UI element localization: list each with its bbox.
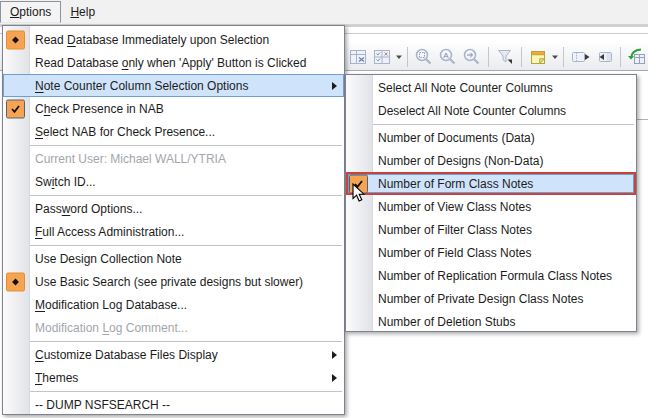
menu-item-number-of-documents-data[interactable]: Number of Documents (Data) — [346, 126, 636, 149]
menu-item-number-of-form-class-notes[interactable]: Number of Form Class Notes — [346, 172, 636, 195]
menu-item-customize-database-files-display[interactable]: Customize Database Files Display — [3, 343, 344, 366]
menu-item-label: Select NAB for Check Presence... — [35, 125, 215, 139]
menu-item-label: Number of Documents (Data) — [378, 131, 535, 145]
menu-item-current-user-michael-wall-ytria: Current User: Michael WALL/YTRIA — [3, 147, 344, 170]
menu-item-label: Number of Designs (Non-Data) — [378, 154, 543, 168]
menu-item-password-options[interactable]: Password Options... — [3, 197, 344, 220]
menu-item-label: Modification Log Comment... — [35, 321, 188, 335]
filter-icon[interactable] — [493, 45, 517, 69]
menu-item-label: Select All Note Counter Columns — [378, 81, 553, 95]
note-counter-submenu: Select All Note Counter ColumnsDeselect … — [345, 74, 637, 332]
menu-item-themes[interactable]: Themes — [3, 366, 344, 389]
app-window: { "colors": { "highlight_fill": "#cfe4fb… — [0, 0, 648, 418]
table-selection-dropdown-caret[interactable] — [394, 45, 403, 69]
menu-item-check-presence-in-nab[interactable]: Check Presence in NAB — [3, 97, 344, 120]
menu-item-modification-log-comment: Modification Log Comment... — [3, 316, 344, 339]
menu-item-number-of-designs-non-data[interactable]: Number of Designs (Non-Data) — [346, 149, 636, 172]
menu-item-label: Number of Private Design Class Notes — [378, 292, 583, 306]
note-dropdown-caret[interactable] — [550, 45, 559, 69]
menu-item-label: Switch ID... — [35, 175, 96, 189]
menubar-item-options[interactable]: Options — [0, 1, 61, 23]
menu-item-number-of-filter-class-notes[interactable]: Number of Filter Class Notes — [346, 218, 636, 241]
menu-item-label: Full Access Administration... — [35, 225, 184, 239]
menu-item-full-access-administration[interactable]: Full Access Administration... — [3, 220, 344, 243]
toolbar-separator — [563, 47, 564, 67]
menu-item-label: Read Database only when 'Apply' Button i… — [35, 56, 306, 70]
menu-item-label: -- DUMP NSFSEARCH -- — [35, 398, 170, 412]
menu-item-label: Use Basic Search (see private designs bu… — [35, 275, 303, 289]
table-selection-icon[interactable] — [370, 45, 394, 69]
menu-item-label: Modification Log Database... — [35, 298, 187, 312]
menu-bar: OptionsHelp — [0, 0, 648, 25]
menu-item-number-of-deletion-stubs[interactable]: Number of Deletion Stubs — [346, 310, 636, 333]
menu-item-label: Current User: Michael WALL/YTRIA — [35, 152, 226, 166]
menu-item-select-nab-for-check-presence[interactable]: Select NAB for Check Presence... — [3, 120, 344, 143]
toolbar-separator — [620, 47, 621, 67]
menu-item-select-all-note-counter-columns[interactable]: Select All Note Counter Columns — [346, 76, 636, 99]
menu-item-number-of-replication-formula-class-notes[interactable]: Number of Replication Formula Class Note… — [346, 264, 636, 287]
menu-item-label: Read Database Immediately upon Selection — [35, 33, 269, 47]
menu-item-number-of-view-class-notes[interactable]: Number of View Class Notes — [346, 195, 636, 218]
menu-item-label: Number of Filter Class Notes — [378, 223, 532, 237]
checkmark-icon — [6, 99, 25, 118]
menu-item-label: Number of Replication Formula Class Note… — [378, 269, 612, 283]
svg-text:A: A — [443, 51, 449, 60]
menu-item-label: Number of Field Class Notes — [378, 246, 531, 260]
menu-item-label: Number of Form Class Notes — [378, 177, 533, 191]
toolbar-separator — [488, 47, 489, 67]
menu-item-number-of-private-design-class-notes[interactable]: Number of Private Design Class Notes — [346, 287, 636, 310]
radio-selected-icon — [6, 272, 25, 291]
menu-item-label: Number of View Class Notes — [378, 200, 531, 214]
menu-item-note-counter-column-selection-options[interactable]: Note Counter Column Selection Options — [3, 74, 344, 97]
options-menu: Read Database Immediately upon Selection… — [2, 25, 345, 415]
menu-item-label: Number of Deletion Stubs — [378, 315, 515, 329]
submenu-arrow-icon — [332, 374, 337, 382]
mouse-cursor-icon — [351, 183, 365, 203]
import-grid-icon[interactable] — [625, 45, 648, 69]
radio-selected-icon — [6, 30, 25, 49]
zoom-reset-icon[interactable] — [460, 45, 484, 69]
collapse-columns-icon[interactable] — [592, 45, 616, 69]
menu-item-dump-nsfsearch[interactable]: -- DUMP NSFSEARCH -- — [3, 393, 344, 416]
toolbar-separator — [521, 47, 522, 67]
toolbar-separator — [407, 47, 408, 67]
menu-item-use-design-collection-note[interactable]: Use Design Collection Note — [3, 247, 344, 270]
menu-item-label: Use Design Collection Note — [35, 252, 182, 266]
menu-item-label: Themes — [35, 371, 78, 385]
menu-item-read-database-only-when-apply-button-is-cl[interactable]: Read Database only when 'Apply' Button i… — [3, 51, 344, 74]
menu-item-label: Password Options... — [35, 202, 142, 216]
menu-item-deselect-all-note-counter-columns[interactable]: Deselect All Note Counter Columns — [346, 99, 636, 122]
note-icon[interactable] — [526, 45, 550, 69]
menu-item-modification-log-database[interactable]: Modification Log Database... — [3, 293, 344, 316]
menu-item-label: Deselect All Note Counter Columns — [378, 104, 566, 118]
zoom-selection-icon[interactable] — [412, 45, 436, 69]
menu-item-number-of-field-class-notes[interactable]: Number of Field Class Notes — [346, 241, 636, 264]
table-layout-icon[interactable] — [346, 45, 370, 69]
zoom-font-icon[interactable]: A — [436, 45, 460, 69]
menu-item-read-database-immediately-upon-selection[interactable]: Read Database Immediately upon Selection — [3, 28, 344, 51]
content-pane-edge — [637, 119, 648, 120]
expand-columns-icon[interactable] — [568, 45, 592, 69]
menu-item-label: Customize Database Files Display — [35, 348, 218, 362]
menu-item-switch-id[interactable]: Switch ID... — [3, 170, 344, 193]
submenu-arrow-icon — [332, 351, 337, 359]
menu-item-label: Note Counter Column Selection Options — [35, 79, 248, 93]
menu-item-label: Check Presence in NAB — [35, 102, 164, 116]
menubar-item-help[interactable]: Help — [61, 1, 104, 23]
menu-item-use-basic-search-see-private-designs-but-s[interactable]: Use Basic Search (see private designs bu… — [3, 270, 344, 293]
submenu-arrow-icon — [332, 82, 337, 90]
